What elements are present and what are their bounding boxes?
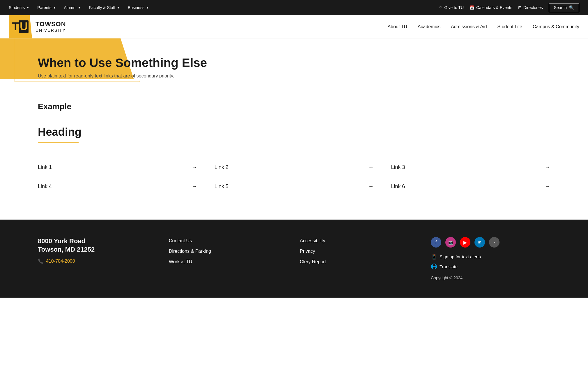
footer-translate[interactable]: 🌐 Translate	[431, 263, 550, 270]
link-item-2[interactable]: Link 2 →	[215, 158, 374, 177]
hero-area: When to Use Something Else Use plain tex…	[0, 38, 588, 79]
chevron-icon: ▾	[54, 6, 55, 9]
search-icon: 🔍	[569, 5, 574, 10]
nav-faculty-staff[interactable]: Faculty & Staff ▾	[89, 5, 119, 10]
nav-parents[interactable]: Parents ▾	[37, 5, 55, 10]
address-line: 8000 York Road Towson, MD 21252	[38, 237, 157, 254]
instagram-icon[interactable]: 📷	[445, 237, 456, 248]
footer-directions-parking[interactable]: Directions & Parking	[169, 249, 288, 254]
tu-letter-t: T	[12, 20, 19, 33]
example-label: Example	[38, 102, 550, 111]
nav-admissions-aid[interactable]: Admissions & Aid	[451, 24, 487, 29]
page-title-area: When to Use Something Else Use plain tex…	[0, 38, 588, 79]
phone-icon: 📞	[38, 258, 44, 264]
footer-privacy[interactable]: Privacy	[300, 249, 419, 254]
nav-students[interactable]: Students ▾	[9, 5, 29, 10]
footer-contact-us[interactable]: Contact Us	[169, 238, 288, 243]
nav-about-tu[interactable]: About TU	[387, 24, 407, 29]
link-item-3[interactable]: Link 3 →	[391, 158, 550, 177]
logo-yellow-block: T U	[9, 15, 32, 38]
more-icon[interactable]: ···	[489, 237, 500, 248]
nav-business[interactable]: Business ▾	[128, 5, 148, 10]
tu-letter-u: U	[19, 20, 29, 33]
utility-nav-right: ♡ Give to TU 📅 Calendars & Events ⊞ Dire…	[439, 3, 579, 12]
page-subtitle: Use plain text for read-only text links …	[38, 73, 550, 79]
footer-clery-report[interactable]: Clery Report	[300, 259, 419, 264]
footer-address: 8000 York Road Towson, MD 21252 📞 410-70…	[38, 237, 157, 280]
footer-copyright: Copyright © 2024	[431, 275, 550, 280]
calendar-icon: 📅	[470, 5, 474, 10]
nav-alumni[interactable]: Alumni ▾	[64, 5, 80, 10]
logo-container[interactable]: T U TOWSON UNIVERSITY	[9, 15, 66, 38]
footer-text-alerts[interactable]: 📱 Sign up for text alerts	[431, 253, 550, 260]
footer-phone[interactable]: 📞 410-704-2000	[38, 258, 157, 264]
translate-icon: 🌐	[431, 263, 437, 270]
link-item-4[interactable]: Link 4 →	[38, 177, 197, 196]
arrow-icon: →	[368, 164, 373, 170]
footer: 8000 York Road Towson, MD 21252 📞 410-70…	[0, 220, 588, 298]
link-item-6[interactable]: Link 6 →	[391, 177, 550, 196]
utility-nav: Students ▾ Parents ▾ Alumni ▾ Faculty & …	[0, 0, 588, 15]
chevron-icon: ▾	[27, 6, 29, 9]
nav-campus-community[interactable]: Campus & Community	[533, 24, 579, 29]
main-content: Example Heading Link 1 → Link 2 → Link 3…	[0, 90, 588, 220]
alert-icon: 📱	[431, 253, 437, 260]
footer-accessibility[interactable]: Accessibility	[300, 238, 419, 243]
link-item-5[interactable]: Link 5 →	[215, 177, 374, 196]
grid-icon: ⊞	[518, 5, 522, 10]
page-title: When to Use Something Else	[38, 56, 550, 70]
arrow-icon: →	[368, 183, 373, 190]
logo-text: TOWSON UNIVERSITY	[36, 20, 66, 33]
linkedin-icon[interactable]: in	[474, 237, 485, 248]
arrow-icon: →	[545, 164, 550, 170]
social-icons: f 📷 ▶ in ···	[431, 237, 550, 248]
main-nav-links: About TU Academics Admissions & Aid Stud…	[387, 24, 579, 29]
footer-links-col-3: Accessibility Privacy Clery Report	[300, 237, 419, 280]
nav-academics[interactable]: Academics	[418, 24, 440, 29]
give-to-tu-link[interactable]: ♡ Give to TU	[439, 5, 464, 10]
chevron-icon: ▾	[118, 6, 119, 9]
link-item-1[interactable]: Link 1 →	[38, 158, 197, 177]
calendars-events-link[interactable]: 📅 Calendars & Events	[470, 5, 512, 10]
footer-links-col-2: Contact Us Directions & Parking Work at …	[169, 237, 288, 280]
footer-work-at-tu[interactable]: Work at TU	[169, 259, 288, 264]
heart-icon: ♡	[439, 5, 442, 10]
nav-student-life[interactable]: Student Life	[497, 24, 522, 29]
main-nav: T U TOWSON UNIVERSITY About TU Academics…	[0, 15, 588, 38]
chevron-icon: ▾	[79, 6, 80, 9]
arrow-icon: →	[192, 164, 197, 170]
arrow-icon: →	[192, 183, 197, 190]
facebook-icon[interactable]: f	[431, 237, 441, 248]
links-row-2: Link 4 → Link 5 → Link 6 →	[38, 177, 550, 196]
footer-social-col: f 📷 ▶ in ··· 📱 Sign up for text alerts 🌐…	[431, 237, 550, 280]
utility-nav-left: Students ▾ Parents ▾ Alumni ▾ Faculty & …	[9, 5, 148, 10]
search-button[interactable]: Search 🔍	[549, 3, 579, 12]
arrow-icon: →	[545, 183, 550, 190]
directories-link[interactable]: ⊞ Directories	[518, 5, 543, 10]
links-row-1: Link 1 → Link 2 → Link 3 →	[38, 158, 550, 177]
heading-underline	[38, 142, 79, 143]
chevron-icon: ▾	[147, 6, 148, 9]
youtube-icon[interactable]: ▶	[460, 237, 470, 248]
section-heading: Heading	[38, 126, 550, 138]
